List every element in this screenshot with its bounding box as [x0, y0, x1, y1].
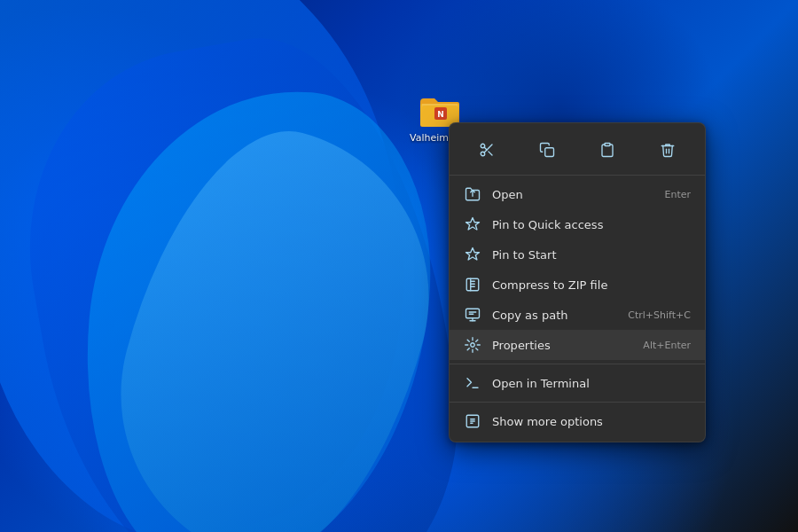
- delete-button[interactable]: [650, 134, 685, 166]
- svg-line-5: [489, 152, 492, 155]
- pin-quick-icon: [464, 215, 481, 233]
- context-menu-item-copy-path[interactable]: Copy as path Ctrl+Shift+C: [450, 300, 705, 330]
- svg-line-6: [484, 147, 487, 150]
- context-menu-item-show-more[interactable]: Show more options: [450, 406, 705, 436]
- pin-start-label: Pin to Start: [492, 248, 691, 262]
- open-icon: [464, 185, 481, 203]
- properties-shortcut: Alt+Enter: [643, 340, 691, 351]
- context-menu: Open Enter Pin to Quick access Pin to St…: [449, 122, 706, 442]
- paste-button[interactable]: [590, 134, 625, 166]
- svg-rect-15: [466, 309, 480, 318]
- cut-button[interactable]: [469, 134, 505, 166]
- context-menu-item-pin-start[interactable]: Pin to Start: [450, 239, 705, 270]
- show-more-label: Show more options: [492, 415, 691, 428]
- menu-separator-2: [450, 402, 705, 403]
- context-menu-item-compress-zip[interactable]: Compress to ZIP file: [450, 270, 705, 300]
- compress-zip-icon: [464, 276, 481, 293]
- open-label: Open: [492, 188, 653, 201]
- show-more-icon: [464, 412, 481, 430]
- copy-button[interactable]: [529, 134, 565, 166]
- compress-zip-label: Compress to ZIP file: [492, 278, 691, 292]
- context-menu-item-properties[interactable]: Properties Alt+Enter: [450, 330, 705, 360]
- properties-icon: [464, 336, 481, 354]
- open-shortcut: Enter: [664, 189, 691, 200]
- terminal-icon: [464, 374, 481, 392]
- terminal-label: Open in Terminal: [492, 377, 691, 390]
- pin-quick-label: Pin to Quick access: [492, 218, 691, 231]
- copy-path-shortcut: Ctrl+Shift+C: [628, 309, 691, 321]
- context-menu-item-open[interactable]: Open Enter: [450, 179, 705, 209]
- pin-start-icon: [464, 246, 481, 263]
- svg-rect-10: [466, 278, 479, 291]
- context-menu-item-pin-quick[interactable]: Pin to Quick access: [450, 209, 705, 239]
- menu-separator-1: [450, 364, 705, 364]
- context-menu-toolbar: [450, 129, 705, 176]
- copy-path-icon: [464, 306, 481, 324]
- properties-label: Properties: [492, 339, 632, 352]
- svg-text:N: N: [438, 110, 445, 119]
- copy-path-label: Copy as path: [492, 309, 617, 322]
- svg-point-18: [471, 343, 475, 348]
- context-menu-item-terminal[interactable]: Open in Terminal: [450, 368, 705, 398]
- svg-rect-8: [605, 144, 610, 146]
- svg-rect-7: [545, 148, 554, 157]
